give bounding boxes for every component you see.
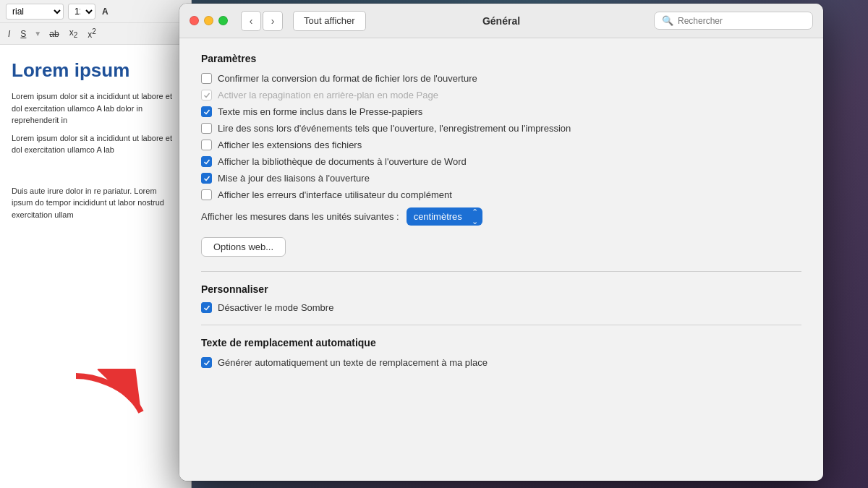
checkbox-label-cb4: Lire des sons lors d'événements tels que…: [218, 123, 571, 134]
personnaliser-section: Personnaliser Désactiver le mode Sombre: [201, 283, 801, 313]
font-selector[interactable]: rial: [6, 4, 64, 20]
subscript-button[interactable]: x2: [67, 26, 80, 40]
checkbox-row-cb7: Mise à jour des liaisons à l'ouverture: [201, 173, 801, 184]
checkbox-row-cb2: Activer la repagination en arrière-plan …: [201, 90, 801, 100]
checkbox-cb2[interactable]: [201, 90, 212, 100]
document-body-3: Duis aute irure dolor in re pariatur. Lo…: [12, 185, 179, 221]
checkbox-label-cb6: Afficher la bibliothèque de documents à …: [218, 156, 467, 167]
checkbox-cbt1[interactable]: [201, 357, 212, 368]
checkbox-cb4[interactable]: [201, 123, 212, 134]
section-divider-1: [201, 271, 801, 272]
checkbox-row-cb6: Afficher la bibliothèque de documents à …: [201, 156, 801, 167]
search-icon: 🔍: [662, 15, 673, 26]
bold-button[interactable]: A: [100, 5, 111, 18]
checkbox-cb5[interactable]: [201, 140, 212, 150]
checkbox-row-cb3: Texte mis en forme inclus dans le Presse…: [201, 106, 801, 117]
search-box[interactable]: 🔍: [654, 12, 813, 30]
checkbox-cb6[interactable]: [201, 156, 212, 167]
navigation-buttons: ‹ ›: [241, 11, 283, 31]
measure-select-wrapper[interactable]: centimètres ⌃⌄: [407, 207, 482, 226]
word-toolbar-2: I S ▼ ab x2 x2: [0, 23, 191, 45]
document-body-2: Lorem ipsum dolor sit a incididunt ut la…: [12, 132, 179, 156]
checkbox-row-cbt1: Générer automatiquement un texte de remp…: [201, 357, 801, 368]
strikethrough-label: ab: [47, 27, 61, 40]
dialog-content: Paramètres Confirmer la conversion du fo…: [179, 38, 823, 481]
checkbox-cb1[interactable]: [201, 73, 212, 84]
parametres-title: Paramètres: [201, 53, 801, 64]
checkbox-cbp1[interactable]: [201, 302, 212, 313]
checkbox-label-cbp1: Désactiver le mode Sombre: [218, 302, 333, 313]
forward-button[interactable]: ›: [263, 11, 283, 31]
maximize-button[interactable]: [218, 16, 228, 25]
checkbox-label-cb1: Confirmer la conversion du format de fic…: [218, 73, 477, 84]
italic-button[interactable]: I: [6, 27, 12, 40]
section-divider-2: [201, 325, 801, 325]
checkbox-label-cb3: Texte mis en forme inclus dans le Presse…: [218, 106, 422, 117]
texte-remplacement-title: Texte de remplacement automatique: [201, 337, 801, 348]
font-size-selector[interactable]: 12: [68, 4, 95, 20]
preferences-dialog: ‹ › Tout afficher Général 🔍 Paramètres C…: [179, 4, 823, 481]
checkbox-cb7[interactable]: [201, 173, 212, 184]
personnaliser-title: Personnaliser: [201, 283, 801, 295]
checkbox-row-cb8: Afficher les erreurs d'interface utilisa…: [201, 189, 801, 200]
search-input[interactable]: [678, 16, 805, 26]
document-body-1: Lorem ipsum dolor sit a incididunt ut la…: [12, 90, 179, 127]
close-button[interactable]: [190, 16, 199, 25]
checkbox-row-cb5: Afficher les extensions des fichiers: [201, 140, 801, 150]
dialog-title: Général: [482, 15, 520, 27]
traffic-lights: [190, 16, 228, 25]
word-toolbar-1: rial 12 A: [0, 0, 191, 23]
minimize-button[interactable]: [204, 16, 213, 25]
superscript-button[interactable]: x2: [85, 26, 98, 41]
checkbox-row-cbp1: Désactiver le mode Sombre: [201, 302, 801, 313]
parametres-section: Paramètres Confirmer la conversion du fo…: [201, 53, 801, 260]
dialog-titlebar: ‹ › Tout afficher Général 🔍: [179, 4, 823, 38]
document-heading: Lorem ipsum: [12, 59, 179, 82]
measure-row: Afficher les mesures dans les unités sui…: [201, 207, 801, 226]
checkbox-cb3[interactable]: [201, 106, 212, 117]
measure-select-display: centimètres: [407, 207, 482, 226]
checkbox-label-cb5: Afficher les extensions des fichiers: [218, 140, 362, 150]
strikethrough-button[interactable]: S: [18, 27, 28, 40]
checkbox-label-cbt1: Générer automatiquement un texte de remp…: [218, 357, 488, 368]
checkbox-cb8[interactable]: [201, 189, 212, 200]
checkbox-row-cb1: Confirmer la conversion du format de fic…: [201, 73, 801, 84]
checkbox-label-cb7: Mise à jour des liaisons à l'ouverture: [218, 173, 370, 184]
texte-remplacement-section: Texte de remplacement automatique Génére…: [201, 337, 801, 368]
red-arrow-indicator: [69, 369, 156, 427]
checkbox-label-cb2: Activer la repagination en arrière-plan …: [218, 90, 438, 100]
back-button[interactable]: ‹: [241, 11, 261, 31]
checkbox-row-cb4: Lire des sons lors d'événements tels que…: [201, 123, 801, 134]
checkbox-label-cb8: Afficher les erreurs d'interface utilisa…: [218, 189, 452, 200]
options-web-button[interactable]: Options web...: [201, 237, 286, 257]
show-all-button[interactable]: Tout afficher: [293, 11, 366, 31]
measure-label: Afficher les mesures dans les unités sui…: [201, 211, 399, 222]
